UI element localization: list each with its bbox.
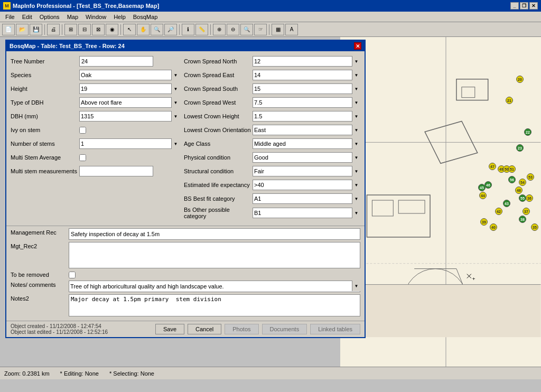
restore-btn[interactable]: ❐: [520, 2, 528, 10]
minimize-btn[interactable]: _: [510, 2, 519, 10]
map-node-38: 38: [519, 216, 526, 223]
dialog-title-bar: BosqMap - Table: Test_BS_Tree - Row: 24 …: [6, 41, 365, 51]
toolbar-b4[interactable]: ◉: [106, 24, 118, 35]
app-title: MapInfo Professional - [Test_BS_Tree,Bas…: [13, 3, 159, 9]
life-expect-select[interactable]: >40: [253, 180, 360, 190]
menu-bosqmap[interactable]: BosqMap: [130, 13, 161, 21]
toolbar-minus[interactable]: ⊖: [227, 24, 239, 35]
num-stems-select[interactable]: 1: [79, 138, 180, 149]
crown-w-label: Crown Spread West: [184, 99, 253, 106]
lowest-crown-h-label: Lowest Crown Height: [184, 113, 253, 119]
type-dbh-select[interactable]: Above root flare: [79, 97, 180, 108]
crown-n-label: Crown Spread North: [184, 58, 253, 64]
bs-other-select[interactable]: B1: [253, 208, 360, 218]
toolbar-print[interactable]: 🖨: [47, 24, 60, 35]
crown-w-select[interactable]: 7.5: [253, 97, 360, 108]
tree-number-label: Tree Number: [11, 58, 79, 64]
menu-file[interactable]: File: [2, 13, 18, 21]
menu-edit[interactable]: Edit: [19, 13, 35, 21]
mgmt-rec-label: Management Rec: [11, 228, 69, 236]
map-node-44: 44: [479, 192, 487, 199]
bs-best-select[interactable]: A1: [253, 193, 360, 204]
ivy-label: Ivy on stem: [11, 127, 79, 133]
toolbar-glass[interactable]: 🔍: [240, 24, 253, 35]
menu-map[interactable]: Map: [64, 13, 81, 21]
map-area: + 20212223474950514546445654534855364337…: [340, 37, 541, 379]
multi-stem-avg-checkbox[interactable]: [79, 154, 86, 161]
type-dbh-label: Type of DBH: [11, 99, 79, 106]
mgmt-rec-input[interactable]: [69, 228, 360, 240]
bs-best-label: BS Best fit category: [184, 195, 253, 202]
species-label: Species: [11, 72, 79, 78]
dbh-select[interactable]: 1315: [79, 111, 180, 122]
height-select[interactable]: 19: [79, 83, 180, 94]
multi-stem-meas-input[interactable]: [79, 166, 153, 176]
physical-select[interactable]: Good: [253, 152, 360, 163]
toolbar-new[interactable]: 📄: [2, 24, 15, 35]
mgt-rec2-label: Mgt_Rec2: [11, 242, 69, 249]
svg-rect-7: [398, 200, 425, 213]
cancel-button[interactable]: Cancel: [188, 324, 221, 334]
num-stems-label: Number of stems: [11, 141, 79, 147]
svg-rect-3: [462, 87, 475, 98]
toolbar-hand[interactable]: ☞: [254, 24, 267, 35]
ivy-checkbox[interactable]: [79, 127, 86, 134]
toolbar-arrow[interactable]: ↖: [123, 24, 136, 35]
map-node-35: 35: [531, 223, 538, 231]
map-node-20: 20: [516, 76, 524, 83]
age-class-select[interactable]: Middle aged: [253, 138, 360, 149]
to-be-removed-checkbox[interactable]: [69, 272, 76, 278]
selecting-status: * Selecting: None: [109, 370, 154, 377]
map-node-48: 48: [515, 186, 523, 194]
toolbar-zoom-out[interactable]: 🔎: [164, 24, 177, 35]
map-node-54: 54: [519, 179, 526, 186]
lowest-crown-h-select[interactable]: 1.5: [253, 111, 360, 122]
crown-s-select[interactable]: 15: [253, 83, 360, 94]
toolbar-layer[interactable]: ▦: [272, 24, 284, 35]
structural-select[interactable]: Fair: [253, 166, 360, 176]
close-btn[interactable]: ✕: [529, 2, 538, 10]
toolbar-info[interactable]: ℹ: [182, 24, 194, 35]
lowest-crown-o-select[interactable]: East: [253, 125, 360, 135]
species-select[interactable]: Oak: [79, 70, 180, 80]
crown-n-select[interactable]: 12: [253, 56, 360, 67]
dialog-title-text: BosqMap - Table: Test_BS_Tree - Row: 24: [10, 43, 125, 49]
toolbar-label[interactable]: A: [285, 24, 298, 35]
menu-window[interactable]: Window: [82, 13, 109, 21]
documents-button[interactable]: Documents: [262, 324, 307, 334]
mgt-rec2-textarea[interactable]: [69, 242, 360, 268]
linked-tables-button[interactable]: Linked tables: [310, 324, 360, 334]
multi-stem-meas-label: Multi stem measurements: [11, 168, 79, 174]
save-button[interactable]: Save: [155, 324, 184, 334]
toolbar-b1[interactable]: ⊞: [64, 24, 77, 35]
dialog-close-btn[interactable]: ✕: [354, 42, 361, 50]
crown-e-select[interactable]: 14: [253, 70, 360, 80]
map-node-37: 37: [523, 208, 530, 215]
tree-number-input[interactable]: [79, 56, 153, 67]
menu-help[interactable]: Help: [110, 13, 129, 21]
toolbar-b3[interactable]: ⊠: [92, 24, 105, 35]
to-be-removed-label: To be removed: [11, 270, 69, 278]
toolbar-open[interactable]: 📂: [16, 24, 29, 35]
notes-select[interactable]: Tree of high arboricultural quality and …: [69, 281, 360, 292]
map-node-42: 42: [495, 208, 502, 215]
dbh-label: DBH (mm): [11, 113, 79, 119]
toolbar-b2[interactable]: ⊟: [78, 24, 91, 35]
lowest-crown-o-label: Lowest Crown Orientation: [184, 127, 253, 133]
toolbar-save[interactable]: 💾: [30, 24, 42, 35]
map-node-22: 22: [524, 128, 531, 136]
object-edited: Object last edited - 11/12/2008 - 12:52:…: [11, 329, 108, 335]
toolbar-pan[interactable]: ✋: [137, 24, 150, 35]
photos-button[interactable]: Photos: [225, 324, 258, 334]
notes2-textarea[interactable]: Major decay at 1.5pm primary stem divisi…: [69, 294, 360, 316]
notes2-label: Notes2: [11, 294, 69, 302]
map-node-39: 39: [480, 218, 488, 226]
toolbar-measure[interactable]: 📏: [195, 24, 208, 35]
menu-options[interactable]: Options: [36, 13, 63, 21]
map-node-46: 46: [484, 181, 492, 189]
bs-other-label: Bs Other possible category: [184, 207, 253, 219]
toolbar-zoom-in[interactable]: 🔍: [151, 24, 163, 35]
map-node-40: 40: [490, 223, 497, 231]
toolbar-plus[interactable]: ⊕: [213, 24, 226, 35]
svg-rect-6: [372, 200, 393, 216]
